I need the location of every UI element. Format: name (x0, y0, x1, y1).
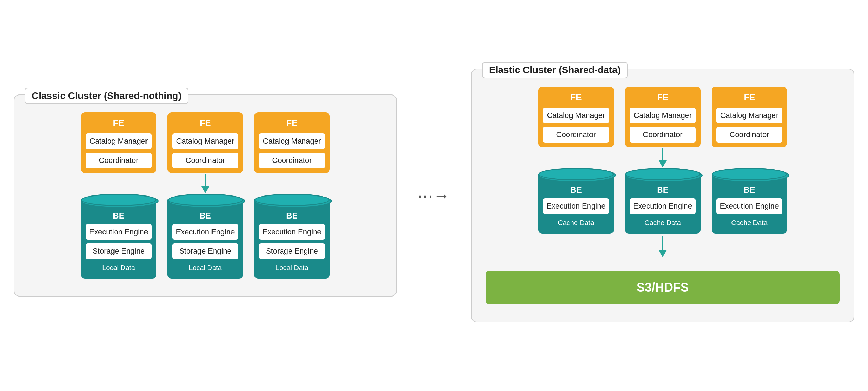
cylinder-top-1 (81, 194, 156, 206)
down-arrow-svg-s3 (657, 236, 668, 257)
exec-engine-e2: Execution Engine (630, 198, 696, 214)
be-label-3: BE (259, 204, 325, 221)
be-label-e2: BE (630, 178, 696, 195)
cylinder-e3: BE Execution Engine Cache Data (712, 174, 787, 234)
svg-marker-1 (201, 186, 209, 193)
elastic-nodes-row: FE Catalog Manager Coordinator BE Execut… (486, 87, 840, 234)
cylinder-e2: BE Execution Engine Cache Data (625, 174, 701, 234)
be-label-e3: BE (716, 178, 782, 195)
exec-engine-2: Execution Engine (172, 224, 238, 240)
coordinator-e3: Coordinator (716, 127, 782, 143)
elastic-node-1: FE Catalog Manager Coordinator BE Execut… (538, 87, 614, 234)
local-data-1: Local Data (86, 262, 152, 272)
catalog-manager-e1: Catalog Manager (543, 108, 609, 123)
svg-marker-5 (659, 250, 667, 257)
local-data-3: Local Data (259, 262, 325, 272)
elastic-cluster-title: Elastic Cluster (Shared-data) (482, 62, 628, 78)
coordinator-2: Coordinator (172, 153, 238, 168)
fe-node-e3: FE Catalog Manager Coordinator (712, 87, 787, 147)
be-label-1: BE (86, 204, 152, 221)
fe-label-3: FE (259, 118, 325, 129)
fe-label-e2: FE (630, 92, 696, 103)
fe-label-1: FE (86, 118, 152, 129)
classic-cluster-title: Classic Cluster (Shared-nothing) (25, 88, 188, 104)
cylinder-top-e2 (625, 168, 701, 180)
exec-engine-1: Execution Engine (86, 224, 152, 240)
cylinder-top-2 (167, 194, 243, 206)
catalog-manager-e2: Catalog Manager (630, 108, 696, 123)
down-arrow-elastic (657, 147, 668, 168)
classic-node-1: FE Catalog Manager Coordinator BE Execut… (81, 112, 156, 279)
classic-cluster: Classic Cluster (Shared-nothing) FE Cata… (14, 94, 397, 297)
fe-node-e1: FE Catalog Manager Coordinator (538, 87, 614, 147)
be-label-2: BE (172, 204, 238, 221)
elastic-node-3: FE Catalog Manager Coordinator BE Execut… (712, 87, 787, 234)
catalog-manager-3: Catalog Manager (259, 133, 325, 149)
coordinator-e2: Coordinator (630, 127, 696, 143)
exec-engine-3: Execution Engine (259, 224, 325, 240)
elastic-node-2: FE Catalog Manager Coordinator (625, 87, 701, 234)
be-label-e1: BE (543, 178, 609, 195)
cylinder-top-3 (254, 194, 330, 206)
down-arrow-classic (200, 173, 211, 194)
down-arrow-s3-wrapper (657, 236, 668, 257)
fe-label-e1: FE (543, 92, 609, 103)
fe-label-e3: FE (716, 92, 782, 103)
cylinder-1: BE Execution Engine Storage Engine Local… (81, 200, 156, 279)
storage-engine-3: Storage Engine (259, 243, 325, 259)
cluster-arrow-connector: ···→ (417, 186, 451, 205)
arrow-dots-text: ···→ (417, 186, 451, 205)
storage-engine-1: Storage Engine (86, 243, 152, 259)
coordinator-e1: Coordinator (543, 127, 609, 143)
coordinator-3: Coordinator (259, 153, 325, 168)
coordinator-1: Coordinator (86, 153, 152, 168)
exec-engine-e3: Execution Engine (716, 198, 782, 214)
s3-hdfs-bar: S3/HDFS (486, 271, 840, 304)
classic-node-3: FE Catalog Manager Coordinator BE Execut… (254, 112, 330, 279)
down-arrow-svg-classic (200, 174, 211, 193)
cylinder-e1: BE Execution Engine Cache Data (538, 174, 614, 234)
cache-data-e2: Cache Data (630, 217, 696, 227)
cache-data-e3: Cache Data (716, 217, 782, 227)
fe-node-e2: FE Catalog Manager Coordinator (625, 87, 701, 147)
storage-engine-2: Storage Engine (172, 243, 238, 259)
page-wrapper: Classic Cluster (Shared-nothing) FE Cata… (14, 69, 854, 322)
fe-node-3: FE Catalog Manager Coordinator (254, 112, 330, 173)
cylinder-top-e1 (538, 168, 614, 180)
local-data-2: Local Data (172, 262, 238, 272)
cylinder-2: BE Execution Engine Storage Engine Local… (167, 200, 243, 279)
elastic-cluster: Elastic Cluster (Shared-data) FE Catalog… (471, 69, 854, 322)
exec-engine-e1: Execution Engine (543, 198, 609, 214)
fe-label-2: FE (172, 118, 238, 129)
cache-data-e1: Cache Data (543, 217, 609, 227)
classic-node-2: FE Catalog Manager Coordinator BE Execut… (167, 112, 243, 279)
elastic-content: FE Catalog Manager Coordinator BE Execut… (486, 87, 840, 304)
down-arrow-svg-elastic (657, 148, 668, 167)
cylinder-top-e3 (712, 168, 787, 180)
catalog-manager-e3: Catalog Manager (716, 108, 782, 123)
cylinder-3: BE Execution Engine Storage Engine Local… (254, 200, 330, 279)
fe-node-2: FE Catalog Manager Coordinator (167, 112, 243, 173)
svg-marker-3 (659, 160, 667, 167)
catalog-manager-2: Catalog Manager (172, 133, 238, 149)
fe-node-1: FE Catalog Manager Coordinator (81, 112, 156, 173)
catalog-manager-1: Catalog Manager (86, 133, 152, 149)
classic-nodes-row: FE Catalog Manager Coordinator BE Execut… (28, 112, 382, 279)
